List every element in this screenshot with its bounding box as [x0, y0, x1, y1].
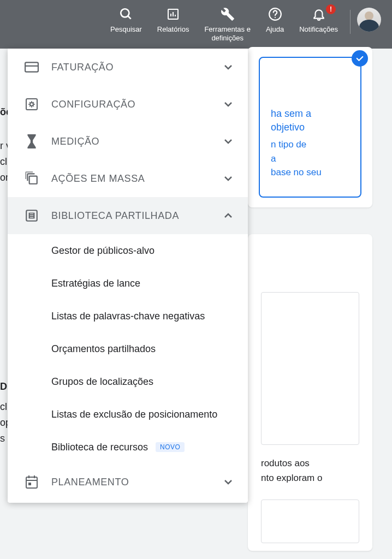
submenu-label: Biblioteca de recursos [51, 442, 148, 453]
chart-icon [165, 7, 181, 22]
topbar-reports-label: Relatórios [157, 25, 189, 34]
check-icon [352, 50, 368, 67]
svg-rect-10 [26, 99, 37, 110]
bg-card-mid: rodutos aosnto exploram o [248, 234, 372, 551]
topbar-notifications[interactable]: ! Notificações [292, 7, 346, 34]
submenu-label: Listas de palavras-chave negativas [51, 311, 205, 322]
menu-config-label: CONFIGURAÇÃO [51, 99, 222, 110]
topbar-tools[interactable]: Ferramentas e definições [197, 7, 258, 42]
chevron-down-icon [222, 475, 235, 489]
chevron-down-icon [222, 172, 235, 185]
svg-point-7 [274, 17, 275, 18]
search-icon [118, 7, 134, 22]
library-icon [24, 208, 39, 223]
topbar-search-label: Pesquisar [110, 25, 142, 34]
svg-rect-8 [25, 62, 38, 72]
calendar-icon [24, 474, 39, 490]
bg-card-inner[interactable]: ha sem aobjetivo n tipo deabase no seu [259, 57, 361, 198]
submenu-bidding[interactable]: Estratégias de lance [8, 267, 248, 300]
menu-shared-label: BIBLIOTECA PARTILHADA [51, 210, 222, 222]
hourglass-icon [24, 134, 39, 149]
notification-badge: ! [326, 4, 336, 14]
topbar-help-label: Ajuda [266, 25, 284, 34]
svg-rect-22 [28, 483, 31, 485]
new-badge: NOVO [156, 442, 185, 452]
topbar-reports[interactable]: Relatórios [150, 7, 197, 34]
submenu-locations[interactable]: Grupos de localizações [8, 365, 248, 398]
menu-shared-library[interactable]: BIBLIOTECA PARTILHADA [8, 197, 248, 234]
topbar-notifications-label: Notificações [299, 25, 338, 34]
topbar-search[interactable]: Pesquisar [103, 7, 150, 34]
svg-rect-12 [29, 176, 37, 184]
chevron-down-icon [222, 98, 235, 111]
menu-measure[interactable]: MEDIÇÃO [8, 123, 248, 160]
submenu-label: Orçamentos partilhados [51, 343, 156, 355]
svg-point-11 [30, 103, 33, 106]
gear-box-icon [24, 97, 39, 112]
copy-stack-icon [24, 171, 39, 186]
menu-billing[interactable]: FATURAÇÃO [8, 49, 248, 86]
topbar-tools-label: Ferramentas e definições [204, 25, 251, 42]
chevron-down-icon [222, 61, 235, 74]
submenu-budgets[interactable]: Orçamentos partilhados [8, 332, 248, 365]
svg-rect-18 [26, 477, 37, 488]
svg-point-0 [121, 9, 129, 17]
credit-card-icon [24, 60, 39, 75]
submenu-label: Estratégias de lance [51, 278, 140, 289]
wrench-icon [220, 7, 235, 22]
menu-bulk[interactable]: AÇÕES EM MASSA [8, 160, 248, 197]
help-icon [268, 7, 283, 22]
chevron-down-icon [222, 135, 235, 148]
chevron-up-icon [222, 209, 235, 222]
tools-dropdown-panel: FATURAÇÃO CONFIGURAÇÃO MEDIÇÃO AÇÕES EM … [8, 49, 248, 503]
menu-bulk-label: AÇÕES EM MASSA [51, 173, 222, 185]
topbar-divider [350, 10, 351, 34]
topbar: Pesquisar Relatórios Ferramentas e defin… [0, 0, 392, 49]
submenu-negative-keywords[interactable]: Listas de palavras-chave negativas [8, 300, 248, 332]
submenu-resources[interactable]: Biblioteca de recursos NOVO [8, 431, 248, 463]
menu-planning-label: PLANEAMENTO [51, 477, 222, 488]
submenu-audiences[interactable]: Gestor de públicos-alvo [8, 234, 248, 267]
svg-line-1 [128, 16, 130, 19]
submenu-label: Grupos de localizações [51, 376, 153, 388]
menu-billing-label: FATURAÇÃO [51, 62, 222, 73]
bg-card-top: ha sem aobjetivo n tipo deabase no seu [248, 47, 372, 207]
submenu-label: Gestor de públicos-alvo [51, 245, 155, 257]
menu-measure-label: MEDIÇÃO [51, 136, 222, 147]
menu-planning[interactable]: PLANEAMENTO [8, 463, 248, 501]
submenu-label: Listas de exclusão de posicionamento [51, 409, 217, 420]
menu-config[interactable]: CONFIGURAÇÃO [8, 86, 248, 123]
topbar-help[interactable]: Ajuda [258, 7, 292, 34]
bell-icon [311, 7, 326, 22]
submenu-placement-exclusion[interactable]: Listas de exclusão de posicionamento [8, 398, 248, 431]
avatar[interactable] [357, 8, 381, 32]
